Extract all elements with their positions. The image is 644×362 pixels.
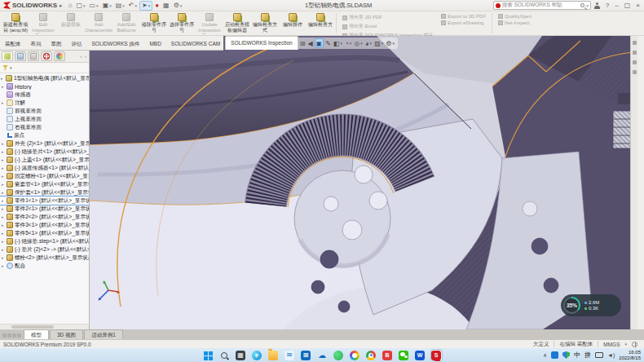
mail-icon[interactable]: ✉ — [284, 349, 296, 361]
minimize-button[interactable]: – — [615, 2, 618, 9]
remove-balloons-icon[interactable]: 移除零件序号 — [140, 12, 168, 34]
tree-row[interactable]: ▸ (-) 绝缘垫片<1> (默认<<默认>_显 — [0, 148, 89, 156]
restore-button[interactable]: ▢ — [624, 2, 631, 9]
tab-scroll-buttons[interactable] — [0, 333, 24, 339]
tree-row[interactable]: ▸ (-) 温度传感器<1> (默认<<默认>_ — [0, 164, 89, 172]
search-icon[interactable] — [218, 349, 231, 361]
edit-inspection-icon[interactable]: 编辑检查方 — [307, 12, 334, 34]
graphics-area[interactable]: ⊕▾ ⊞▾ ◀▾ ▣▾ ✎▾ ◧▾ ◔▾ ◎▾ ◕▾ ▨▾ ⚙▾ — [90, 36, 637, 329]
edge-icon[interactable]: e — [251, 349, 263, 361]
command-tab[interactable]: SOLIDWORKS CAM — [166, 38, 225, 50]
section-view-icon[interactable]: ▣▾ — [315, 38, 324, 48]
feature-tree-tab[interactable] — [2, 51, 13, 61]
tray-overflow-icon[interactable]: ∧ — [543, 352, 547, 359]
close-button[interactable]: × — [636, 2, 640, 9]
tree-row[interactable]: ▸ 零件2<1> (默认<<默认>_显示状态 — [0, 205, 89, 213]
ime-mode-indicator[interactable]: 中 — [574, 351, 580, 360]
launch-template-editor-icon[interactable]: 启动检查模板编辑器 — [223, 12, 251, 34]
task-pane-collapsed[interactable] — [630, 36, 637, 329]
display-style-icon[interactable]: ◔▾ — [344, 38, 352, 48]
add-edit-balloons-icon[interactable]: Add/Edit Balloons — [112, 12, 140, 34]
edit-inspection-method-icon[interactable]: 编辑检查方式 — [251, 12, 279, 34]
options-icon[interactable]: ⚙▾ — [172, 1, 184, 11]
tree-row[interactable]: ▸ 配合 — [0, 262, 89, 270]
security-shield-icon[interactable] — [562, 351, 570, 359]
help-button[interactable]: ? — [606, 2, 609, 9]
display-manager-tab[interactable] — [54, 51, 65, 61]
tree-row[interactable]: ▸ 外壳 (2)<1> (默认<<默认>_显示状 — [0, 139, 89, 148]
export-link[interactable]: Export eDrawing — [441, 20, 486, 25]
new-inspection-project-icon[interactable]: 新建检查项目 (amp;M) — [2, 12, 29, 34]
command-tab[interactable]: MBD — [144, 38, 165, 50]
solidworks-app-icon[interactable]: S — [430, 349, 443, 361]
tree-row[interactable]: ▸ 零件5<1> (默认<<默认>_显示状态 — [0, 229, 89, 237]
tree-horizontal-scrollbar[interactable] — [0, 324, 89, 329]
wechat-icon[interactable] — [398, 349, 410, 361]
export-link[interactable]: 导出至 2D PDF — [342, 14, 433, 21]
new-template-icon[interactable]: 新建模板 — [57, 12, 85, 34]
store-icon[interactable]: ⊞ — [300, 349, 312, 361]
ime-pinyin-indicator[interactable]: 拼 — [584, 351, 591, 360]
units-caret-icon[interactable]: ▾ — [624, 342, 627, 347]
dimxpert-manager-tab[interactable] — [41, 51, 52, 61]
tab-scroll-arrows[interactable]: ‹ › — [80, 54, 87, 59]
tree-row[interactable]: ▸ 保护套<1> (默认<<默认>_显示状态 — [0, 188, 89, 196]
tree-row[interactable]: ▸ 瓷套管<1> (默认<<默认>_显示状态 — [0, 180, 89, 188]
tree-row[interactable]: ▸ (-) 上盖<1> (默认<<默认>_显示状 — [0, 156, 89, 164]
edit-inspection-project-icon[interactable]: Edit Inspection Project — [29, 12, 57, 34]
rebuild-icon[interactable]: ●▾ — [153, 1, 161, 11]
command-tab[interactable]: 草图 — [46, 38, 67, 50]
task-pane-tab-icon[interactable] — [633, 51, 637, 55]
document-tab[interactable]: 3D 视图 — [50, 329, 83, 339]
configuration-manager-tab[interactable] — [28, 51, 39, 61]
word-icon[interactable]: W — [414, 349, 426, 361]
property-manager-tab[interactable] — [15, 51, 26, 61]
command-tab[interactable]: SOLIDWORKS Inspection — [225, 36, 298, 50]
start-button[interactable] — [202, 349, 214, 361]
volume-icon[interactable]: ◄) — [607, 352, 615, 358]
hide-show-items-icon[interactable]: ◎▾ — [353, 38, 364, 48]
edit-operation-icon[interactable]: 编辑操作 — [279, 12, 307, 34]
save-icon[interactable]: ▣▾ — [101, 1, 113, 11]
chrome-icon[interactable] — [365, 349, 377, 361]
scrollbar-thumb[interactable] — [11, 325, 54, 329]
login-icon[interactable] — [594, 2, 600, 9]
tree-row[interactable]: ▸ 1型铝轴热电偶 (默认<默认_显示状态-1>) — [0, 74, 89, 82]
tree-row[interactable]: ▸ 原点 — [0, 131, 89, 139]
tray-app-icon[interactable] — [551, 351, 558, 359]
tree-row[interactable]: ▸ 固定螺栓<1> (默认<<默认>_显示状 — [0, 172, 89, 180]
tree-row[interactable]: ▸ 零件1<1> (默认<<默认>_显示状态= — [0, 196, 89, 205]
home-icon[interactable]: ⌂▾ — [67, 1, 74, 11]
command-tab[interactable]: 装配体 — [0, 38, 26, 50]
tree-filter-bar[interactable]: ▾ — [0, 63, 89, 73]
tree-row[interactable]: ▸ 零件2<2> (默认<<默认>_显示状态 — [0, 213, 89, 221]
tree-row[interactable]: ▸ (-) 绝缘垫.step<1> (默认<<默认> — [0, 237, 89, 245]
document-tab[interactable]: 模型 — [24, 329, 49, 339]
globe-icon[interactable] — [632, 342, 637, 347]
task-pane-tab-icon[interactable] — [633, 41, 637, 45]
tree-row[interactable]: ▸ History — [0, 82, 89, 90]
select-icon[interactable]: ➤▾ — [139, 1, 152, 11]
file-properties-icon[interactable]: ▦▾ — [161, 1, 171, 11]
onedrive-icon[interactable]: ☁ — [316, 349, 329, 361]
tree-row[interactable]: ▸ (-) 垫片 (2)<2> -> (默认<<默认> — [0, 245, 89, 254]
tree-row[interactable]: ▸ 注解 — [0, 99, 89, 107]
select-balloons-icon[interactable]: 选择零件序号 — [168, 12, 196, 34]
photos-icon[interactable] — [349, 349, 361, 361]
update-inspection-project-icon[interactable]: Update Inspection Project — [196, 12, 223, 34]
network-display-icon[interactable] — [595, 352, 603, 358]
search-help-box[interactable]: 搜索 SOLIDWORKS 帮助 ▾ — [493, 1, 591, 10]
search-icon[interactable] — [580, 3, 584, 7]
unit-system[interactable]: MMGS — [603, 342, 620, 347]
apply-scene-icon[interactable]: ▨▾ — [373, 38, 384, 48]
annotation-view-icon[interactable]: ✎▾ — [324, 38, 332, 48]
add-characteristic-icon[interactable]: Add Characteristic — [85, 12, 112, 34]
menu-expand-arrow-icon[interactable]: ▸ — [60, 2, 63, 9]
task-view-icon[interactable]: ▦ — [235, 349, 247, 361]
tree-row[interactable]: ▸ 零件3<1> (默认<<默认>_显示状态 — [0, 221, 89, 229]
export-link[interactable]: Net-Inspect — [498, 20, 532, 25]
3d-model-scene[interactable] — [90, 36, 637, 329]
export-link[interactable]: QualityXpert — [498, 14, 532, 19]
notes-app-icon[interactable] — [333, 349, 345, 361]
reader-app-icon[interactable]: B — [382, 349, 394, 361]
